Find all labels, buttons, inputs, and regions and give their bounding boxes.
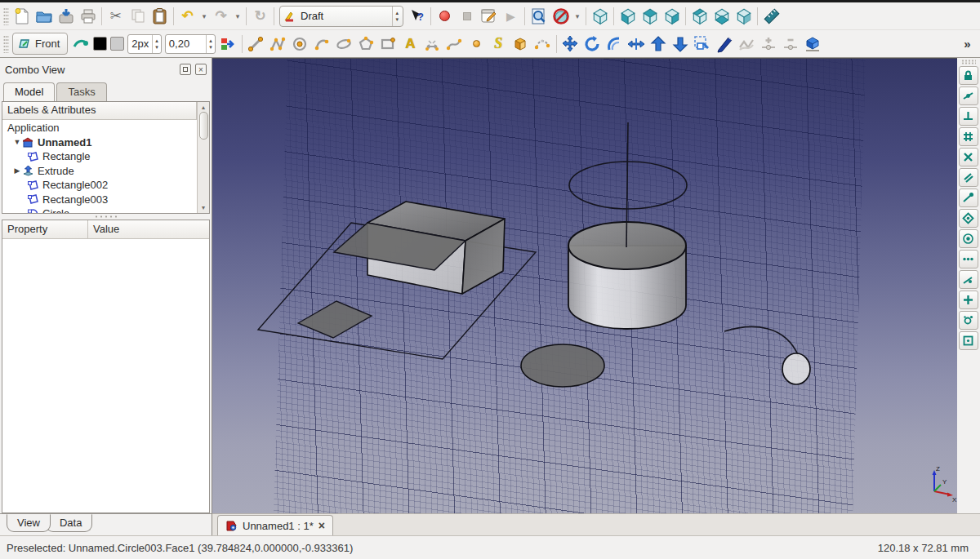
macro-edit-button[interactable] [478, 5, 500, 28]
draft-text-button[interactable]: A [399, 33, 421, 55]
expander-open-icon[interactable]: ▼ [12, 138, 22, 146]
snap-parallel-button[interactable] [959, 168, 978, 187]
draft-add-point-button[interactable] [758, 33, 780, 55]
tab-view[interactable]: View [7, 514, 51, 532]
whats-this-button[interactable]: ? [406, 5, 428, 28]
snap-near-button[interactable] [959, 270, 978, 289]
tree-item-rectangle002[interactable]: Rectangle002 [2, 178, 209, 193]
left-view-button[interactable] [733, 5, 755, 28]
scroll-down-icon[interactable]: ▾ [202, 204, 205, 213]
spinner-arrows[interactable]: ▴▾ [206, 35, 215, 53]
snap-angle-button[interactable] [959, 209, 978, 228]
draft-circle-button[interactable] [289, 33, 311, 55]
preselected-circle[interactable] [782, 353, 810, 384]
draft-scale-button[interactable] [692, 33, 714, 55]
snap-center-button[interactable] [959, 229, 978, 248]
snap-special-button[interactable] [959, 311, 978, 330]
apply-style-button[interactable] [217, 33, 239, 55]
macro-play-button[interactable]: ▶ [500, 5, 522, 28]
draft-delete-point-button[interactable] [780, 33, 802, 55]
scrollbar-thumb[interactable] [199, 112, 208, 140]
workbench-selector[interactable]: Draft ▴▾ [279, 6, 403, 27]
filled-circle[interactable] [521, 344, 604, 387]
fit-all-button[interactable] [528, 5, 550, 28]
snap-grid-button[interactable] [959, 127, 978, 146]
snap-intersection-button[interactable] [959, 148, 978, 166]
undo-button[interactable]: ↶ [176, 5, 198, 28]
draft-trimex-button[interactable] [626, 33, 648, 55]
cut-button[interactable]: ✂ [105, 5, 127, 28]
draft-line-button[interactable] [245, 33, 267, 55]
snap-lock-button[interactable] [959, 66, 978, 85]
snap-endpoint-button[interactable] [959, 189, 978, 207]
open-document-button[interactable] [33, 5, 55, 28]
draft-shapestring-button[interactable]: S [488, 33, 510, 55]
rear-view-button[interactable] [688, 5, 710, 28]
tree-item-rectangle[interactable]: Rectangle [2, 149, 209, 164]
bottom-view-button[interactable] [710, 5, 733, 28]
draft-rotate-button[interactable] [581, 33, 604, 55]
macro-stop-button[interactable] [456, 5, 478, 28]
snap-perpendicular-button[interactable] [959, 107, 978, 126]
axonometric-view-button[interactable] [589, 5, 611, 28]
toolbar-overflow-button[interactable]: » [956, 33, 978, 55]
draft-polygon-button[interactable] [355, 33, 377, 55]
draft-upgrade-button[interactable] [648, 33, 670, 55]
tab-data[interactable]: Data [46, 514, 92, 532]
document-tab[interactable]: Unnamed1 : 1* × [217, 515, 333, 535]
draw-style-button[interactable] [550, 5, 572, 28]
top-view-button[interactable] [639, 5, 661, 28]
snap-midpoint-button[interactable] [959, 87, 978, 105]
toolbar-drag-handle[interactable] [3, 7, 9, 25]
tree-item-document[interactable]: ▼ Unnamed1 [2, 135, 209, 150]
tree-column-header[interactable]: Labels & Attributes [2, 102, 197, 120]
draft-edit-button[interactable] [714, 33, 736, 55]
face-color-swatch[interactable] [110, 37, 124, 51]
front-view-button[interactable] [617, 5, 639, 28]
float-panel-button[interactable] [180, 64, 191, 75]
draft-dimension-button[interactable] [421, 33, 443, 55]
snap-working-plane-button[interactable] [959, 331, 978, 350]
toolbar-drag-handle[interactable] [961, 60, 976, 64]
tree-item-application[interactable]: Application [2, 121, 209, 135]
toggle-construction-mode-button[interactable] [69, 33, 91, 55]
draft-point-button[interactable] [466, 33, 488, 55]
redo-dropdown-button[interactable]: ▾ [232, 5, 243, 28]
close-tab-icon[interactable]: × [318, 520, 325, 531]
tree-item-extrude[interactable]: ▶ Extrude [2, 164, 209, 179]
snap-ortho-button[interactable] [959, 291, 978, 309]
draft-offset-button[interactable] [604, 33, 626, 55]
draft-bezier-button[interactable] [532, 33, 554, 55]
refresh-button[interactable]: ↻ [249, 5, 271, 28]
undo-dropdown-button[interactable]: ▾ [198, 5, 210, 28]
draft-downgrade-button[interactable] [670, 33, 692, 55]
copy-button[interactable] [127, 5, 149, 28]
3d-viewport[interactable]: Z Y X [212, 58, 957, 513]
macro-record-button[interactable] [434, 5, 456, 28]
right-view-button[interactable] [661, 5, 683, 28]
font-size-spinbox[interactable]: 0,20 ▴▾ [165, 34, 216, 54]
scroll-up-icon[interactable]: ▴ [202, 102, 205, 111]
panel-splitter[interactable] [0, 214, 212, 220]
draft-wire-to-bspline-button[interactable] [736, 33, 758, 55]
tab-tasks[interactable]: Tasks [56, 82, 106, 101]
arc-curve[interactable] [724, 326, 799, 357]
paste-button[interactable] [149, 5, 171, 28]
tree-item-circle[interactable]: Circle [2, 206, 209, 213]
draft-to-sketch-button[interactable] [802, 33, 824, 55]
expander-closed-icon[interactable]: ▶ [12, 166, 22, 175]
tree-scrollbar[interactable]: ▴ ▾ [197, 102, 209, 213]
cylinder[interactable] [568, 222, 686, 329]
print-button[interactable] [77, 5, 99, 28]
tree-item-rectangle003[interactable]: Rectangle003 [2, 193, 209, 207]
draft-rectangle-button[interactable] [377, 33, 399, 55]
draft-bspline-button[interactable] [443, 33, 466, 55]
select-plane-button[interactable]: Front [12, 33, 68, 55]
spinner-arrows[interactable]: ▴▾ [152, 35, 161, 53]
draw-style-dropdown-button[interactable]: ▾ [572, 5, 583, 28]
draft-wire-button[interactable] [267, 33, 289, 55]
toolbar-drag-handle[interactable] [3, 35, 9, 53]
draft-facebinder-button[interactable] [510, 33, 532, 55]
draft-ellipse-button[interactable] [333, 33, 355, 55]
snap-extension-button[interactable] [959, 250, 978, 268]
